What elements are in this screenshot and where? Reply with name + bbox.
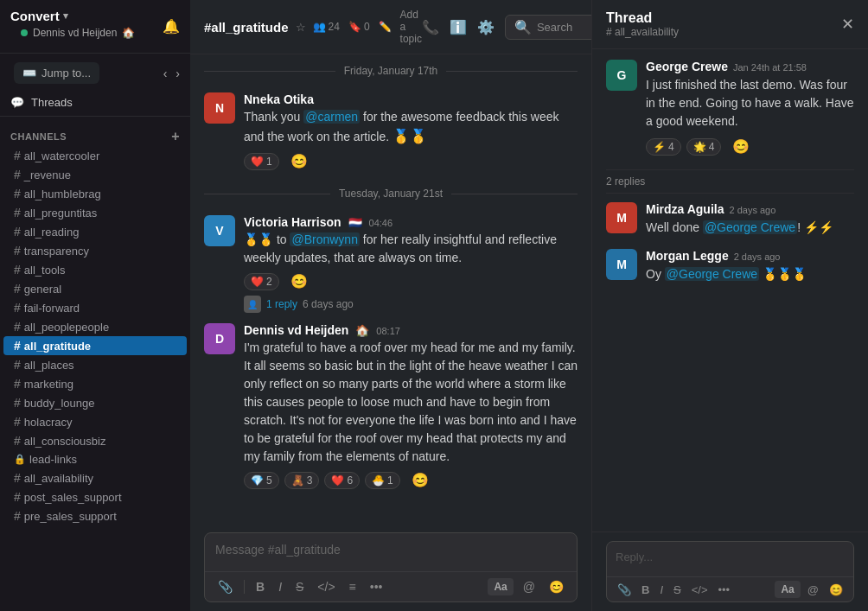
sidebar-item-all-availability[interactable]: # all_availability [3,468,187,487]
sidebar-item-lead-links[interactable]: 🔒 lead-links [3,450,187,468]
add-reaction-button[interactable]: 😊 [405,469,435,491]
thread-panel: Thread # all_availability ✕ G George Cre… [591,0,868,611]
sidebar-item-general[interactable]: # general [3,279,187,298]
list-button[interactable]: ≡ [345,577,361,596]
sidebar-item-all-places[interactable]: # all_places [3,355,187,374]
thread-reactions: ⚡ 4 🌟 4 😊 [646,136,854,157]
thread-reply-morgan: M Morgan Legge 2 days ago Oy @George Cre… [606,249,854,283]
add-channel-icon[interactable]: + [171,129,180,144]
reaction-sun[interactable]: 🌟 4 [686,138,722,156]
reaction-heart[interactable]: ❤️ 6 [324,472,360,489]
message-header: Nneka Otika [244,92,578,106]
gear-icon[interactable]: ⚙️ [477,19,495,35]
thread-emoji-button[interactable]: 😊 [826,581,846,598]
thread-strike-button[interactable]: S [670,582,685,598]
message-header: Victoria Harrison 🇳🇱 04:46 [244,215,578,229]
header-actions: 📞 ℹ️ ⚙️ 🔍 @ ★ ⋮ [422,15,591,40]
house-emoji: 🏠 [355,324,369,337]
add-topic-button[interactable]: Add a topic [400,9,422,45]
sidebar-item-all-reading[interactable]: # all_reading [3,222,187,241]
bold-button[interactable]: B [252,577,269,596]
search-input[interactable] [537,21,591,34]
sidebar-item-all-consciousbiz[interactable]: # all_consciousbiz [3,431,187,450]
thread-more-button[interactable]: ••• [714,582,733,598]
reply-info[interactable]: 👤 1 reply 6 days ago [244,296,578,313]
sidebar-item-all-gratitude[interactable]: # all_gratitude [3,336,187,355]
message-input[interactable] [215,543,566,557]
thread-msg-author: Mirdza Aguila [646,202,724,216]
mention-button[interactable]: @ [519,577,539,596]
thread-msg-time: 2 days ago [730,205,776,215]
sidebar-header: Convert ▾ Dennis vd Heijden 🏠 🔔 [0,0,190,54]
sidebar-item-pre-sales-support[interactable]: # pre_sales_support [3,506,187,525]
sidebar-item-post-sales-support[interactable]: # post_sales_support [3,487,187,506]
sidebar-item-threads[interactable]: 💬 Threads [0,92,190,112]
mention: @Bronwynn [290,232,359,246]
thread-msg-text: Well done @George Crewe! ⚡⚡ [646,219,854,237]
emoji-button[interactable]: 😊 [545,577,568,596]
message-input-box: 📎 B I S </> ≡ ••• Aa @ 😊 [204,532,578,602]
jump-to-button[interactable]: ⌨️ Jump to... [14,62,99,84]
thread-msg-header: Morgan Legge 2 days ago [646,249,854,263]
sidebar-item-marketing[interactable]: # marketing [3,374,187,393]
info-icon[interactable]: ℹ️ [450,19,467,35]
reaction-heart[interactable]: ❤️ 2 [244,273,279,290]
reaction-chick[interactable]: 🐣 1 [365,472,400,489]
thread-reply-field [607,542,853,576]
emoji: 🥇🥇 [393,129,427,143]
thread-mention-button[interactable]: @ [804,581,822,598]
avatar: M [606,202,637,233]
reactions: ❤️ 2 😊 [244,270,578,292]
sidebar-item-holacracy[interactable]: # holacracy [3,412,187,431]
sidebar-item-all-preguntitas[interactable]: # all_preguntitas [3,203,187,222]
attach-button[interactable]: 📎 [214,577,237,596]
forward-button[interactable]: › [172,65,183,82]
reaction-diamond[interactable]: 💎 5 [244,472,279,489]
workspace-name[interactable]: Convert ▾ [10,9,145,23]
message-nneka: N Nneka Otika Thank you @carmen for the … [204,87,578,177]
back-button[interactable]: ‹ [160,65,171,82]
thread-reply-box: 📎 B I S </> ••• Aa @ 😊 [606,541,854,602]
sidebar-item-all-tools[interactable]: # all_tools [3,260,187,279]
sidebar-item-transparency[interactable]: # transparency [3,241,187,260]
add-reaction-button[interactable]: 😊 [284,270,314,292]
people-icon: 👥 [313,21,326,33]
strikethrough-button[interactable]: S [291,577,308,596]
thread-msg-content: Mirdza Aguila 2 days ago Well done @Geor… [646,202,854,237]
add-reaction-button[interactable]: 😊 [726,136,756,157]
thread-italic-button[interactable]: I [656,582,667,598]
phone-icon[interactable]: 📞 [422,19,439,35]
thread-msg-header: Mirdza Aguila 2 days ago [646,202,854,216]
sidebar-item-all-humblebrag[interactable]: # all_humblebrag [3,184,187,203]
more-formatting-button[interactable]: ••• [366,577,387,596]
sidebar-item-revenue[interactable]: # _revenue [3,165,187,184]
message-text: 🥇🥇 to @Bronwynn for her really insightfu… [244,231,578,267]
search-bar[interactable]: 🔍 [505,15,591,40]
thread-main-message: G George Crewe Jan 24th at 21:58 I just … [606,60,854,157]
sidebar-item-fail-forward[interactable]: # fail-forward [3,298,187,317]
thread-bold-button[interactable]: B [638,582,653,598]
date-divider-2: Tuesday, January 21st [204,177,578,210]
code-button[interactable]: </> [313,577,339,596]
sidebar-item-buddy-lounge[interactable]: # buddy_lounge [3,393,187,412]
add-reaction-button[interactable]: 😊 [284,150,314,172]
sidebar-item-all-peoplepeople[interactable]: # all_peoplepeople [3,317,187,336]
close-thread-button[interactable]: ✕ [841,15,854,34]
aa-button[interactable]: Aa [488,578,513,595]
thread-attach-button[interactable]: 📎 [614,582,635,598]
notifications-icon[interactable]: 🔔 [163,18,180,35]
star-icon[interactable]: ☆ [296,21,306,34]
threads-icon: 💬 [10,96,24,109]
reaction-heart[interactable]: ❤️ 1 [244,153,279,170]
channel-header: #all_gratitude ☆ 👥 24 🔖 0 ✏️ Add a topic… [190,0,591,54]
reaction-bear[interactable]: 🧸 3 [284,472,320,489]
italic-button[interactable]: I [274,577,286,596]
thread-code-button[interactable]: </> [688,582,712,598]
thread-aa-button[interactable]: Aa [775,581,800,598]
mention: @carmen [303,110,360,124]
reaction-bolt[interactable]: ⚡ 4 [646,138,681,156]
sidebar-item-all-watercooler[interactable]: # all_watercooler [3,146,187,165]
thread-reply-input-field[interactable] [616,551,845,563]
replies-count: 2 replies [606,169,854,194]
toolbar-right: Aa @ 😊 [488,577,568,596]
